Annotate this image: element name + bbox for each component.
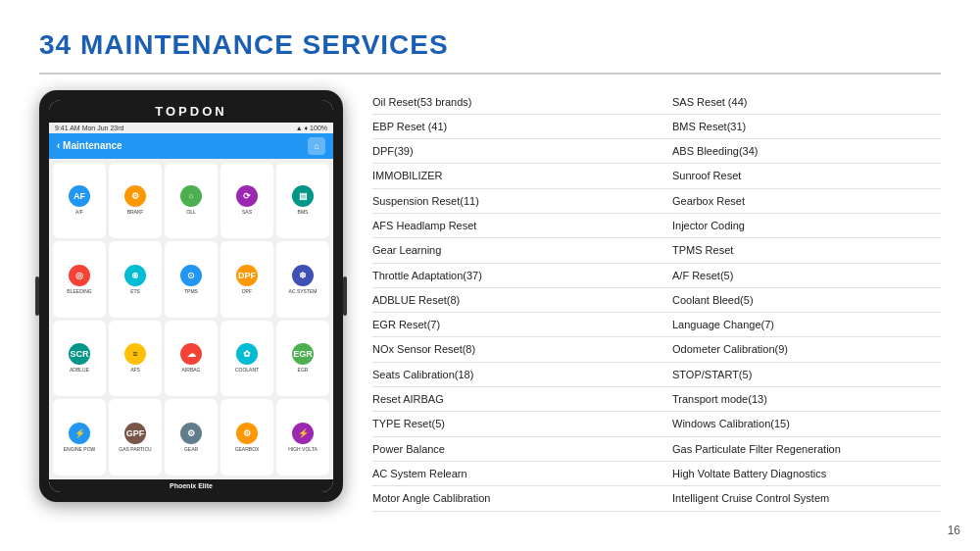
back-arrow[interactable]: ‹ Maintenance	[57, 140, 122, 151]
grid-item[interactable]: DPFDPF	[220, 241, 273, 318]
service-item-left: Suspension Reset(11)	[372, 189, 657, 214]
service-item-left: Seats Calibration(18)	[372, 363, 657, 387]
tablet-screen: TOPDON 9:41 AM Mon Jun 23rd ▲ ♦ 100% ‹ M…	[49, 100, 333, 492]
service-item-left: Motor Angle Cablibration	[372, 486, 657, 511]
service-item-right: ABS Bleeding(34)	[657, 139, 941, 164]
service-item-right: BMS Reset(31)	[657, 115, 941, 139]
page: 34 MAINTENANCE SERVICES TOPDON 9:41 AM M…	[0, 0, 980, 551]
grid-item[interactable]: ✿COOLANT	[220, 321, 273, 397]
status-time: 9:41 AM Mon Jun 23rd	[55, 125, 123, 131]
home-icon[interactable]: ⌂	[308, 137, 325, 155]
service-item-right: STOP/START(5)	[657, 363, 941, 387]
service-item-left: Gear Learning	[372, 238, 657, 263]
grid-item[interactable]: ○OLL	[165, 163, 218, 239]
service-item-left: AFS Headlamp Reset	[372, 214, 657, 238]
service-item-left: TYPE Reset(5)	[372, 412, 657, 436]
footer-brand: Phoenix	[170, 482, 196, 489]
grid-item[interactable]: GPFGAS PARTICU	[109, 399, 162, 476]
service-item-right: Intelligent Cruise Control System	[657, 486, 941, 511]
grid-item[interactable]: ☁AIRBAG	[165, 321, 218, 397]
grid-item[interactable]: ⚙GEAR	[165, 399, 218, 476]
service-item-right: Language Change(7)	[657, 313, 941, 337]
grid-item[interactable]: ≡AFS	[109, 321, 162, 397]
grid-item[interactable]: AFA/F	[53, 163, 106, 239]
grid-item[interactable]: ⊙TPMS	[165, 241, 218, 318]
grid-item[interactable]: EGREGR	[276, 321, 329, 397]
grid-item[interactable]: ◎BLEEDING	[53, 241, 106, 318]
service-item-right: Gearbox Reset	[657, 189, 941, 214]
tablet-brand: TOPDON	[49, 100, 333, 123]
grid-item[interactable]: SCRADBLUE	[53, 321, 106, 397]
service-item-left: Oil Reset(53 brands)	[372, 90, 657, 115]
tablet-footer: Phoenix Elite	[49, 479, 333, 492]
tablet-container: TOPDON 9:41 AM Mon Jun 23rd ▲ ♦ 100% ‹ M…	[39, 90, 353, 502]
page-number: 16	[948, 524, 960, 537]
service-item-left: Throttle Adaptation(37)	[372, 264, 657, 288]
service-item-left: AC System Relearn	[372, 462, 657, 486]
tablet-inner: TOPDON 9:41 AM Mon Jun 23rd ▲ ♦ 100% ‹ M…	[49, 100, 333, 492]
services-table: Oil Reset(53 brands)SAS Reset (44)EBP Re…	[372, 90, 941, 512]
service-item-right: A/F Reset(5)	[657, 264, 941, 288]
service-item-right: Coolant Bleed(5)	[657, 288, 941, 313]
grid-item[interactable]: ⚡HIGH VOLTA	[276, 399, 329, 476]
service-item-right: Injector Coding	[657, 214, 941, 238]
page-title: 34 MAINTENANCE SERVICES	[39, 29, 941, 61]
grid-item[interactable]: ⚙BRAKF	[109, 163, 162, 239]
tablet: TOPDON 9:41 AM Mon Jun 23rd ▲ ♦ 100% ‹ M…	[39, 90, 343, 502]
tablet-header: ‹ Maintenance ⌂	[49, 133, 333, 159]
grid-item[interactable]: ❄AC SYSTEM	[276, 241, 329, 318]
footer-model: Elite	[198, 482, 213, 489]
service-item-left: EBP Reset (41)	[372, 115, 657, 139]
service-item-right: Odometer Calibration(9)	[657, 337, 941, 362]
service-item-right: Windows Calibration(15)	[657, 412, 941, 436]
service-item-left: IMMOBILIZER	[372, 164, 657, 188]
service-item-left: DPF(39)	[372, 139, 657, 164]
service-item-right: Gas Particulate Filter Regeneration	[657, 437, 941, 462]
grid-item[interactable]: ⚡ENGINE POW	[53, 399, 106, 476]
grid-item[interactable]: ⊕ETS	[109, 241, 162, 318]
title-divider	[39, 73, 941, 75]
grid-item[interactable]: ⚙GEARBOX	[220, 399, 273, 476]
tablet-grid: AFA/F⚙BRAKF○OLL⟳SAS▤BMS◎BLEEDING⊕ETS⊙TPM…	[49, 159, 333, 479]
service-item-right: TPMS Reset	[657, 238, 941, 263]
tablet-status-bar: 9:41 AM Mon Jun 23rd ▲ ♦ 100%	[49, 123, 333, 133]
service-item-right: SAS Reset (44)	[657, 90, 941, 115]
service-item-left: EGR Reset(7)	[372, 313, 657, 337]
service-item-left: ADBLUE Reset(8)	[372, 288, 657, 313]
status-icons: ▲ ♦ 100%	[296, 125, 327, 131]
content-area: TOPDON 9:41 AM Mon Jun 23rd ▲ ♦ 100% ‹ M…	[39, 90, 941, 512]
service-item-left: Reset AIRBAG	[372, 387, 657, 412]
service-item-right: Sunroof Reset	[657, 164, 941, 188]
grid-item[interactable]: ⟳SAS	[220, 163, 273, 239]
service-item-right: High Voltate Battery Diagnostics	[657, 462, 941, 486]
grid-item[interactable]: ▤BMS	[276, 163, 329, 239]
service-item-left: Power Balance	[372, 437, 657, 462]
service-item-left: NOx Sensor Reset(8)	[372, 337, 657, 362]
service-item-right: Transport mode(13)	[657, 387, 941, 412]
